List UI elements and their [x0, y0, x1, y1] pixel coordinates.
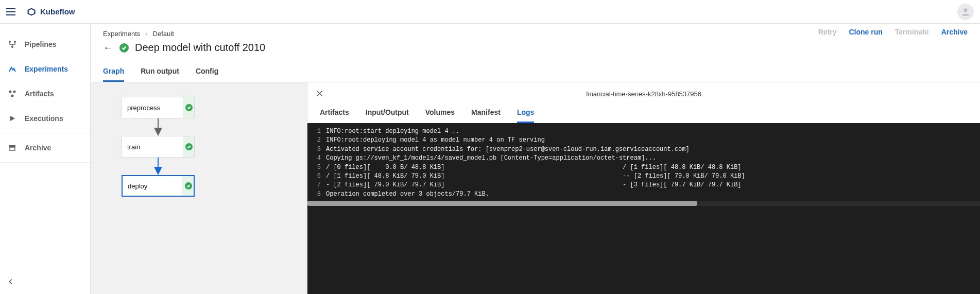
page-header: Experiments › Default ← Deep model with … — [91, 24, 980, 82]
breadcrumb-item[interactable]: Experiments — [103, 30, 140, 38]
svg-rect-10 — [9, 145, 15, 147]
clone-run-button[interactable]: Clone run — [849, 28, 882, 36]
status-success-icon — [119, 43, 129, 53]
sidebar-item-artifacts[interactable]: Artifacts — [0, 81, 90, 106]
sidebar-item-label: Executions — [25, 114, 63, 123]
panel-tab-input-output[interactable]: Input/Output — [366, 105, 409, 123]
panel-tabs: Artifacts Input/Output Volumes Manifest … — [307, 105, 980, 123]
retry-button: Retry — [818, 28, 837, 36]
svg-point-4 — [14, 41, 16, 43]
graph-area[interactable]: preprocess train deploy — [91, 82, 307, 294]
svg-point-3 — [9, 41, 11, 43]
separator — [0, 133, 90, 133]
pipelines-icon — [7, 40, 18, 48]
tab-config[interactable]: Config — [196, 63, 218, 82]
page-actions: Retry Clone run Terminate Archive — [818, 28, 968, 36]
sidebar-item-experiments[interactable]: Experiments — [0, 57, 90, 81]
node-label: deploy — [123, 182, 182, 190]
panel-tab-artifacts[interactable]: Artifacts — [320, 105, 349, 123]
close-icon[interactable]: ✕ — [316, 88, 323, 99]
brand-name: Kubeflow — [40, 7, 75, 16]
separator — [0, 162, 90, 163]
sidebar-item-label: Pipelines — [25, 40, 56, 48]
artifacts-icon — [7, 90, 18, 98]
sidebar-item-pipelines[interactable]: Pipelines — [0, 32, 90, 57]
panel-tab-manifest[interactable]: Manifest — [471, 105, 501, 123]
sidebar-item-label: Experiments — [25, 65, 68, 73]
node-label: preprocess — [122, 104, 183, 112]
svg-marker-9 — [10, 116, 15, 121]
archive-icon — [7, 144, 18, 152]
sidebar-item-executions[interactable]: Executions — [0, 106, 90, 131]
node-label: train — [122, 143, 183, 151]
sidebar-collapse-button[interactable] — [0, 269, 90, 294]
user-avatar[interactable] — [957, 4, 974, 20]
svg-point-8 — [11, 95, 14, 97]
node-status-icon — [183, 97, 194, 118]
graph-node-deploy[interactable]: deploy — [122, 175, 195, 197]
tab-run-output[interactable]: Run output — [141, 63, 179, 82]
breadcrumb-item[interactable]: Default — [153, 30, 174, 38]
node-status-icon — [183, 136, 194, 157]
kubeflow-logo-icon — [27, 7, 36, 16]
svg-point-6 — [9, 91, 12, 93]
sidebar-item-label: Artifacts — [25, 90, 54, 98]
logs-view[interactable]: 1INFO:root:start deploying model 4 .. 2I… — [307, 123, 980, 294]
tab-graph[interactable]: Graph — [103, 63, 124, 82]
horizontal-scrollbar[interactable] — [307, 201, 980, 206]
panel-title: financial-time-series-k28xh-958537956 — [586, 90, 701, 98]
page-title: Deep model with cutoff 2010 — [135, 42, 265, 54]
breadcrumb-separator: › — [145, 30, 147, 38]
svg-point-7 — [13, 91, 16, 93]
sidebar-item-archive[interactable]: Archive — [0, 135, 90, 160]
svg-point-2 — [964, 8, 968, 12]
chevron-left-icon — [7, 278, 14, 285]
terminate-button: Terminate — [895, 28, 929, 36]
person-icon — [960, 7, 971, 17]
node-status-icon — [182, 176, 194, 196]
sidebar: Pipelines Experiments Artifacts Executio… — [0, 24, 91, 294]
menu-icon[interactable] — [6, 6, 19, 18]
node-detail-panel: ✕ financial-time-series-k28xh-958537956 … — [307, 82, 980, 294]
archive-button[interactable]: Archive — [941, 28, 968, 36]
brand[interactable]: Kubeflow — [27, 7, 75, 16]
sidebar-item-label: Archive — [25, 144, 51, 152]
topbar: Kubeflow — [0, 0, 980, 24]
panel-tab-volumes[interactable]: Volumes — [425, 105, 455, 123]
experiments-icon — [7, 65, 18, 73]
back-arrow-icon[interactable]: ← — [103, 42, 113, 54]
svg-point-5 — [11, 46, 13, 48]
log-output: 1INFO:root:start deploying model 4 .. 2I… — [307, 123, 980, 201]
graph-node-train[interactable]: train — [122, 136, 195, 158]
panel-tab-logs[interactable]: Logs — [517, 105, 534, 123]
run-tabs: Graph Run output Config — [103, 63, 968, 82]
svg-rect-11 — [10, 147, 15, 150]
content: preprocess train deploy ✕ — [91, 82, 980, 294]
executions-icon — [7, 114, 18, 123]
main: Experiments › Default ← Deep model with … — [91, 24, 980, 294]
graph-node-preprocess[interactable]: preprocess — [122, 97, 195, 118]
